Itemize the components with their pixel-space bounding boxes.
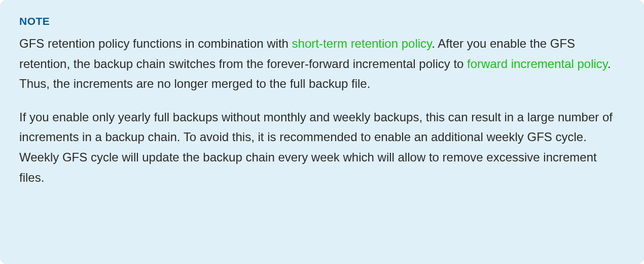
forward-incremental-policy-link[interactable]: forward incremental policy	[467, 57, 607, 71]
note-text: GFS retention policy functions in combin…	[19, 37, 292, 50]
short-term-retention-policy-link[interactable]: short-term retention policy	[292, 37, 432, 50]
note-heading: NOTE	[19, 15, 625, 27]
note-paragraph-1: GFS retention policy functions in combin…	[19, 34, 618, 94]
note-paragraph-2: If you enable only yearly full backups w…	[19, 107, 618, 187]
note-callout: NOTE GFS retention policy functions in c…	[0, 0, 644, 264]
